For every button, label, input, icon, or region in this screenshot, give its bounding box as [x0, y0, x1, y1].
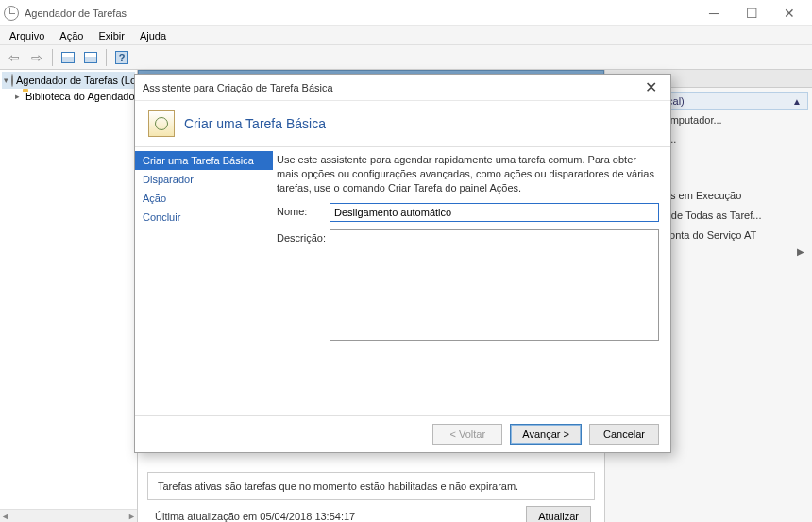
wizard-titlebar: Assistente para Criação de Tarefa Básica…: [135, 75, 670, 101]
tree-root-label: Agendador de Tarefas (Local): [16, 75, 137, 86]
menu-exibir[interactable]: Exibir: [91, 28, 132, 43]
next-button[interactable]: Avançar >: [510, 424, 582, 445]
refresh-button[interactable]: Atualizar: [526, 506, 591, 522]
properties-button[interactable]: [80, 48, 101, 67]
back-button[interactable]: ⇦: [4, 48, 25, 67]
app-icon: [4, 6, 19, 21]
tree-child[interactable]: ▸ Biblioteca do Agendador: [2, 89, 135, 104]
name-input[interactable]: [330, 203, 659, 222]
toolbar-separator: [52, 49, 53, 66]
close-button[interactable]: ✕: [770, 1, 808, 25]
menubar: Arquivo Ação Exibir Ajuda: [0, 26, 812, 45]
last-update-text: Última atualização em 05/04/2018 13:54:1…: [138, 507, 372, 522]
step-trigger[interactable]: Disparador: [135, 170, 273, 189]
description-label: Descrição:: [277, 229, 330, 244]
scheduler-icon: [11, 74, 13, 87]
back-button: < Voltar: [432, 424, 502, 445]
step-create-basic[interactable]: Criar uma Tarefa Básica: [135, 151, 273, 170]
window-titlebar: Agendador de Tarefas ─ ☐ ✕: [0, 0, 812, 26]
wizard-header: Criar uma Tarefa Básica: [135, 101, 670, 147]
toolbar-separator: [106, 49, 107, 66]
wizard-form: Use este assistente para agendar rapidam…: [273, 147, 670, 415]
maximize-button[interactable]: ☐: [733, 1, 770, 25]
menu-arquivo[interactable]: Arquivo: [2, 28, 52, 43]
status-box: Tarefas ativas são tarefas que no moment…: [147, 472, 595, 500]
tree-child-label: Biblioteca do Agendador: [25, 91, 137, 102]
description-input[interactable]: [330, 229, 659, 341]
tree-root[interactable]: ▾ Agendador de Tarefas (Local): [2, 72, 135, 89]
show-hide-tree-button[interactable]: [58, 48, 78, 67]
toolbar: ⇦ ⇨ ?: [0, 45, 812, 70]
forward-button[interactable]: ⇨: [26, 48, 47, 67]
step-action[interactable]: Ação: [135, 189, 273, 208]
expand-icon[interactable]: ▸: [15, 92, 20, 101]
wizard-heading: Criar uma Tarefa Básica: [184, 116, 326, 131]
expand-icon[interactable]: ▾: [4, 76, 8, 85]
step-finish[interactable]: Concluir: [135, 208, 273, 227]
cancel-button[interactable]: Cancelar: [589, 424, 659, 445]
tree-panel: ▾ Agendador de Tarefas (Local) ▸ Bibliot…: [0, 70, 138, 522]
app-title: Agendador de Tarefas: [25, 8, 695, 19]
help-button[interactable]: ?: [111, 48, 132, 67]
collapse-icon: ▲: [792, 96, 802, 107]
wizard-icon: [148, 110, 175, 137]
wizard-dialog: Assistente para Criação de Tarefa Básica…: [134, 74, 671, 453]
wizard-close-button[interactable]: ✕: [639, 76, 663, 98]
status-text: Tarefas ativas são tarefas que no moment…: [158, 480, 518, 492]
wizard-footer: < Voltar Avançar > Cancelar: [135, 415, 670, 452]
wizard-title-text: Assistente para Criação de Tarefa Básica: [143, 82, 639, 93]
name-label: Nome:: [277, 203, 330, 217]
wizard-instruction: Use este assistente para agendar rapidam…: [277, 153, 659, 195]
minimize-button[interactable]: ─: [695, 1, 733, 25]
wizard-steps: Criar uma Tarefa Básica Disparador Ação …: [135, 147, 273, 415]
menu-ajuda[interactable]: Ajuda: [132, 28, 174, 43]
menu-acao[interactable]: Ação: [52, 28, 91, 43]
horizontal-scrollbar[interactable]: ◄►: [0, 509, 137, 522]
